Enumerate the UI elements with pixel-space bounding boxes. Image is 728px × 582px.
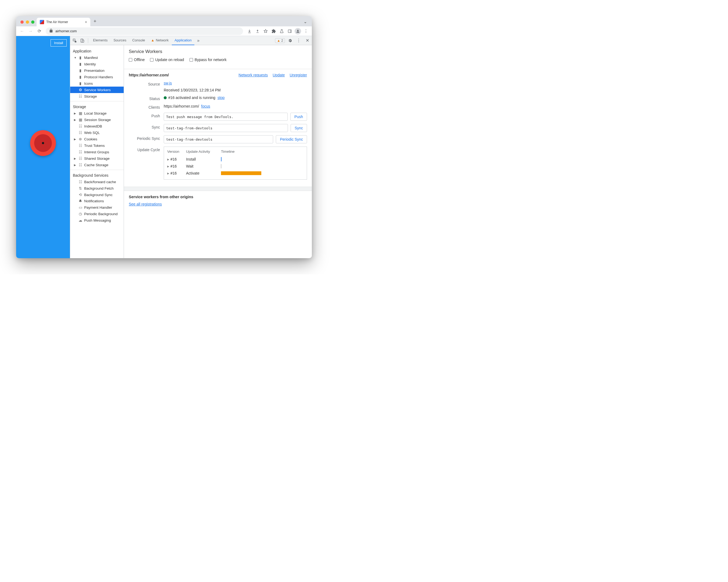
status-dot-icon (164, 96, 167, 99)
link-update[interactable]: Update (272, 73, 285, 77)
inspect-element-icon[interactable] (71, 37, 78, 44)
received-text: Received 1/30/2023, 12:28:14 PM (164, 88, 307, 92)
tab-network[interactable]: ▲Network (148, 36, 172, 45)
sidebar-item-shared-storage[interactable]: ▶☷Shared Storage (70, 155, 124, 162)
sidebar-item-payment-handler[interactable]: ▭Payment Handler (70, 204, 124, 210)
bookmark-star-icon[interactable] (262, 27, 269, 35)
settings-gear-icon[interactable] (287, 37, 293, 44)
database-icon: ☷ (78, 180, 82, 184)
tab-application[interactable]: Application (172, 36, 194, 45)
sidebar-item-background-sync[interactable]: ⟲Background Sync (70, 192, 124, 198)
device-toolbar-icon[interactable] (79, 37, 86, 44)
sidebar-item-storage[interactable]: ☷Storage (70, 93, 124, 100)
swap-icon: ⇅ (78, 186, 82, 191)
periodic-sync-button[interactable]: Periodic Sync (276, 135, 307, 143)
push-button[interactable]: Push (290, 113, 307, 121)
checkbox-bypass-network[interactable]: Bypass for network (189, 57, 227, 62)
install-button[interactable]: Install (51, 39, 67, 47)
profile-avatar[interactable] (294, 27, 302, 35)
sidebar-item-cache-storage[interactable]: ▶☷Cache Storage (70, 162, 124, 168)
sync-input[interactable] (164, 124, 288, 132)
sidebar-item-push-messaging[interactable]: ☁Push Messaging (70, 217, 124, 224)
checkbox-update-on-reload[interactable]: Update on reload (150, 57, 184, 62)
sidebar-item-interest-groups[interactable]: ☷Interest Groups (70, 149, 124, 155)
gear-icon: ⚙ (78, 88, 82, 92)
sidebar-item-presentation[interactable]: ▮Presentation (70, 67, 124, 74)
traffic-lights (18, 21, 36, 26)
sidebar-item-session-storage[interactable]: ▶▦Session Storage (70, 117, 124, 123)
sidebar-item-web-sql[interactable]: ☷Web SQL (70, 129, 124, 136)
labs-icon[interactable] (278, 27, 286, 35)
extensions-icon[interactable] (270, 27, 278, 35)
link-network-requests[interactable]: Network requests (238, 73, 268, 77)
devtools-menu-icon[interactable]: ⋮ (295, 37, 302, 44)
expand-icon[interactable]: ▶ (167, 172, 171, 175)
back-button[interactable]: ← (18, 27, 26, 35)
database-icon: ☷ (78, 156, 82, 160)
address-bar[interactable]: airhorner.com (46, 27, 243, 35)
expand-icon[interactable]: ▶ (167, 158, 171, 161)
browser-window: The Air Horner × + ⌄ ← → ⟳ airhorner.com… (16, 16, 312, 258)
periodic-sync-input[interactable] (164, 135, 273, 143)
new-tab-button[interactable]: + (90, 19, 100, 26)
close-tab-icon[interactable]: × (85, 20, 87, 24)
sidebar-item-local-storage[interactable]: ▶▦Local Storage (70, 110, 124, 117)
svg-rect-0 (288, 30, 291, 32)
sidebar-item-indexeddb[interactable]: ☷IndexedDB (70, 123, 124, 129)
link-stop[interactable]: stop (217, 96, 225, 100)
update-cycle-table: Version Update Activity Timeline ▶ #16 I… (164, 147, 307, 180)
browser-tab[interactable]: The Air Horner × (36, 18, 90, 26)
tab-console[interactable]: Console (130, 36, 148, 45)
label-update-cycle: Update Cycle (129, 147, 164, 152)
air-horn-button[interactable] (30, 130, 56, 156)
expand-icon[interactable]: ▶ (167, 165, 171, 168)
issues-badge[interactable]: ▲2 (275, 38, 285, 43)
link-unregister[interactable]: Unregister (289, 73, 307, 77)
sidebar-item-identity[interactable]: ▮Identity (70, 61, 124, 67)
browser-menu-icon[interactable]: ⋮ (302, 27, 310, 35)
cycle-row-activate: ▶ #16 Activate (167, 170, 304, 177)
browser-toolbar: ← → ⟳ airhorner.com ⋮ (16, 26, 312, 36)
file-icon: ▮ (78, 75, 82, 79)
download-icon[interactable] (246, 27, 253, 35)
link-focus[interactable]: focus (201, 104, 210, 108)
sidebar-item-background-fetch[interactable]: ⇅Background Fetch (70, 185, 124, 192)
sidebar-section-storage: Storage (70, 103, 124, 110)
sidebar-item-icons[interactable]: ▮Icons (70, 80, 124, 86)
push-input[interactable] (164, 113, 288, 121)
col-activity: Update Activity (186, 150, 221, 154)
cookie-icon: ⊛ (78, 137, 82, 141)
tab-sources[interactable]: Sources (111, 36, 129, 45)
sidebar-section-background-services: Background Services (70, 172, 124, 179)
side-panel-icon[interactable] (286, 27, 293, 35)
sidebar-item-trust-tokens[interactable]: ☷Trust Tokens (70, 142, 124, 149)
sidebar-item-service-workers[interactable]: ⚙Service Workers (70, 86, 124, 93)
minimize-window[interactable] (26, 21, 29, 24)
close-window[interactable] (21, 21, 24, 24)
tab-list-chevron-icon[interactable]: ⌄ (301, 19, 310, 26)
sidebar-item-notifications[interactable]: 🔔︎Notifications (70, 198, 124, 204)
sidebar-item-cookies[interactable]: ▶⊛Cookies (70, 136, 124, 142)
sync-button[interactable]: Sync (291, 124, 307, 132)
close-devtools-icon[interactable]: ✕ (304, 37, 311, 44)
reload-button[interactable]: ⟳ (35, 27, 43, 35)
devtools-panel: Elements Sources Console ▲Network Applic… (70, 36, 312, 258)
panel-title: Service Workers (129, 49, 307, 54)
tab-elements[interactable]: Elements (90, 36, 110, 45)
checkbox-offline[interactable]: Offline (129, 57, 145, 62)
file-icon: ▮ (78, 62, 82, 66)
link-see-all-registrations[interactable]: See all registrations (129, 202, 162, 206)
share-icon[interactable] (254, 27, 261, 35)
sidebar-item-manifest[interactable]: ▼▮Manifest (70, 54, 124, 61)
sidebar-item-protocol-handlers[interactable]: ▮Protocol Handlers (70, 74, 124, 80)
sidebar-item-bf-cache[interactable]: ☷Back/forward cache (70, 179, 124, 185)
url-text: airhorner.com (55, 29, 77, 33)
forward-button[interactable]: → (27, 27, 34, 35)
more-tabs-icon[interactable]: » (195, 37, 202, 44)
svg-point-1 (297, 30, 298, 31)
maximize-window[interactable] (31, 21, 34, 24)
link-source-file[interactable]: sw.js (164, 81, 172, 85)
sidebar-item-periodic-background[interactable]: ◷Periodic Background (70, 210, 124, 217)
database-icon: ☷ (78, 150, 82, 154)
label-periodic-sync: Periodic Sync (129, 135, 164, 141)
